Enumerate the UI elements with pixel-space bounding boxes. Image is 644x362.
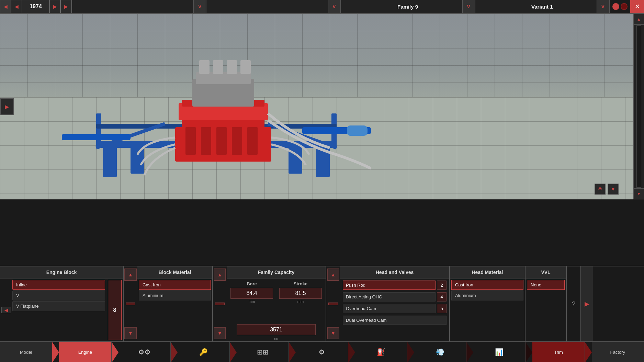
prev-btn[interactable]: ◀ (11, 0, 22, 13)
svg-rect-18 (232, 127, 242, 155)
fc-right-arrows: ▲ ▼ (326, 266, 340, 341)
nav-tab-7-icon: ⛽ (377, 348, 385, 356)
block-material-up-btn[interactable]: ▲ (124, 268, 137, 281)
head-valves-section: Head and Valves Push Rod 2 Direct Acting… (340, 266, 450, 341)
bore-value[interactable]: 84.4 (230, 288, 273, 299)
head-material-header: Head Material (450, 266, 525, 278)
block-material-item-castiron[interactable]: Cast Iron (139, 280, 211, 290)
head-material-list: Cast Iron Aluminium (450, 278, 525, 341)
nav-tab-6[interactable]: ⚙ (296, 342, 348, 362)
question-section[interactable]: ? (567, 266, 580, 341)
engine-block-item-inline[interactable]: Inline (12, 280, 105, 290)
hv-item-dual-ohc[interactable]: Dual Overhead Cam (343, 316, 447, 325)
nav-chevron-4 (230, 342, 237, 362)
svg-rect-15 (185, 127, 196, 155)
family-dropdown-arrow[interactable]: V (462, 0, 475, 13)
bore-up-btn[interactable]: ▲ (214, 268, 226, 281)
next-btn[interactable]: ▶ (49, 0, 60, 13)
block-material-down-btn[interactable]: ▼ (124, 327, 137, 339)
block-material-up-arrow: ▲ ▼ (124, 266, 137, 341)
engine-block-prev-btn[interactable]: ◀ (1, 307, 11, 313)
svg-rect-16 (201, 127, 211, 155)
stroke-unit: mm (297, 299, 304, 304)
prev-prev-btn[interactable]: ◀ (0, 0, 11, 13)
family-capacity-arrows-left: ▲ ▼ (213, 266, 227, 341)
scroll-down-btn[interactable]: ▼ (633, 188, 644, 199)
hv-item-ohc[interactable]: Overhead Cam (343, 304, 436, 313)
engine-block-header: Engine Block (0, 266, 123, 278)
stroke-value[interactable]: 81.5 (279, 288, 322, 299)
close-btn[interactable]: ✕ (630, 0, 644, 13)
record-btn-red[interactable] (612, 3, 619, 10)
variant-dropdown[interactable]: Variant 1 V (475, 0, 609, 13)
nav-chevron-9 (526, 342, 532, 362)
first-dropdown[interactable]: V (72, 0, 206, 13)
hv-row-dohc: Direct Acting OHC 4 (341, 292, 448, 302)
engine-block-item-v[interactable]: V (12, 290, 105, 300)
nav-tab-9[interactable]: 📊 (473, 342, 526, 362)
svg-rect-17 (216, 127, 227, 155)
head-material-castiron[interactable]: Cast Iron (451, 280, 523, 290)
hv-count-dohc: 4 (437, 292, 447, 301)
nav-tab-7[interactable]: ⛽ (355, 342, 407, 362)
hv-row-ohc: Overhead Cam 5 (341, 303, 448, 314)
top-bar: ◀ ◀ 1974 ▶ ▶ V V Family 9 V Variant 1 V … (0, 0, 644, 14)
svg-rect-19 (247, 127, 258, 155)
svg-rect-24 (199, 60, 210, 74)
bore-down-btn[interactable]: ▼ (214, 327, 226, 339)
nav-tab-5[interactable]: ⊞⊞ (237, 342, 289, 362)
nav-tab-4[interactable]: 🔑 (178, 342, 230, 362)
fc-left-arrows: ▲ ▼ (213, 266, 227, 341)
nav-factory-label: Factory (610, 350, 625, 355)
record-btn-dark[interactable] (621, 3, 628, 10)
nav-tab-3-icon: ⚙⚙ (138, 348, 150, 356)
engine-3d-model (62, 24, 371, 189)
first-dropdown-label (138, 4, 140, 10)
nav-factory[interactable]: Factory (592, 342, 644, 362)
stroke-down-btn[interactable]: ▼ (327, 327, 339, 339)
head-material-aluminium[interactable]: Aluminium (451, 290, 523, 300)
nav-model-label: Model (20, 350, 32, 355)
scroll-up-btn[interactable]: ▲ (633, 14, 644, 25)
nav-engine-label: Engine (78, 350, 92, 355)
first-dropdown-arrow[interactable]: V (193, 0, 206, 13)
nav-chevron-1 (52, 342, 59, 362)
block-material-list: Cast Iron Aluminium (137, 278, 212, 341)
nav-bar: Model Engine ⚙⚙ 🔑 ⊞⊞ ⚙ ⛽ 💨 📊 Trim (0, 341, 644, 362)
next-next-btn[interactable]: ▶ (60, 0, 71, 13)
year-nav-group: ◀ ◀ 1974 ▶ ▶ (0, 0, 72, 13)
stroke-up-btn[interactable]: ▲ (327, 268, 339, 281)
nav-engine[interactable]: Engine (59, 342, 111, 362)
3d-viewport[interactable]: ▶ ▼ 👁 (0, 14, 633, 199)
nav-chevron-5 (289, 342, 296, 362)
family-dropdown[interactable]: Family 9 V (341, 0, 475, 13)
block-material-with-arrows: ▲ ▼ (124, 266, 137, 341)
nav-tab-3[interactable]: ⚙⚙ (118, 342, 171, 362)
nav-tab-9-icon: 📊 (495, 348, 504, 356)
block-material-slider (126, 303, 136, 305)
block-material-section: Block Material Cast Iron Aluminium (137, 266, 213, 341)
nav-trim[interactable]: Trim (532, 342, 585, 362)
bottom-panel: Engine Block ◀ Inline V V Flatplane 8 ▲ … (0, 266, 644, 341)
panel-right-nav[interactable]: ▶ (580, 266, 593, 341)
vvl-item-none[interactable]: None (527, 280, 565, 290)
left-expand-btn[interactable]: ▶ (0, 98, 14, 115)
head-material-section: Head Material Cast Iron Aluminium (450, 266, 526, 341)
nav-model[interactable]: Model (0, 342, 52, 362)
hv-item-pushrod[interactable]: Push Rod (343, 281, 436, 290)
right-scroll-panel: ▲ ▼ (633, 14, 644, 199)
bore-unit: mm (249, 299, 255, 304)
cylinder-count: 8 (108, 280, 122, 340)
nav-tab-8[interactable]: 💨 (414, 342, 466, 362)
hv-row-pushrod: Push Rod 2 (341, 280, 448, 290)
engine-block-item-vflatplane[interactable]: V Flatplane (12, 301, 105, 311)
nav-chevron-8 (466, 342, 473, 362)
viewport-down-btn[interactable]: ▼ (608, 184, 619, 195)
hv-item-dohc[interactable]: Direct Acting OHC (343, 292, 436, 301)
variant-dropdown-arrow[interactable]: V (597, 0, 609, 13)
viewport-eye-btn[interactable]: 👁 (595, 184, 606, 195)
second-dropdown[interactable]: V (206, 0, 340, 13)
svg-rect-27 (240, 60, 251, 74)
block-material-item-aluminium[interactable]: Aluminium (139, 290, 211, 300)
second-dropdown-arrow[interactable]: V (328, 0, 340, 13)
